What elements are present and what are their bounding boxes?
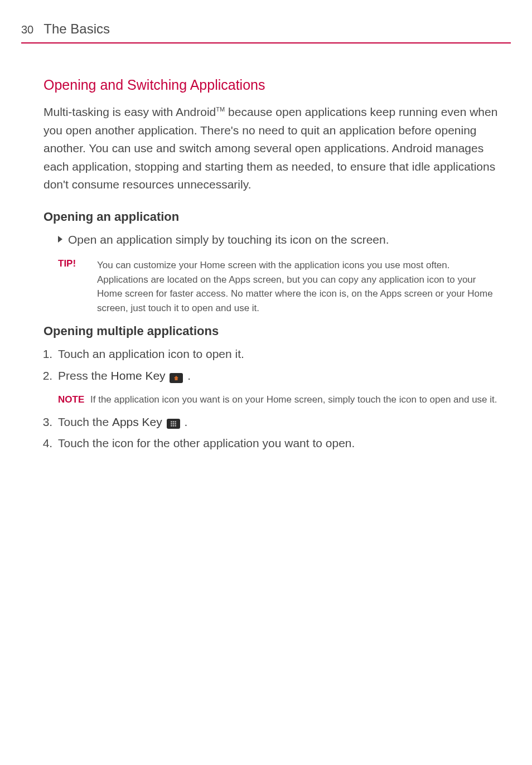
step-4-text: Touch the icon for the other application…	[58, 437, 355, 449]
step-1: Touch an application icon to open it.	[56, 345, 500, 364]
apps-key-icon	[167, 419, 180, 429]
tip-body: You can customize your Home screen with …	[97, 258, 500, 315]
svg-rect-3	[171, 423, 172, 424]
note-callout: NOTE If the application icon you want is…	[58, 393, 500, 407]
step-2-post: .	[184, 369, 191, 382]
page-number: 30	[21, 23, 33, 36]
bullet-item: Open an application simply by touching i…	[43, 231, 500, 249]
heading-opening-switching: Opening and Switching Applications	[43, 77, 500, 93]
note-label: NOTE	[58, 393, 90, 407]
step-4: Touch the icon for the other application…	[56, 434, 500, 453]
svg-rect-0	[171, 421, 172, 422]
subheading-opening-app: Opening an application	[43, 210, 500, 224]
step-2: Press the Home Key . NOTE If the applica…	[56, 367, 500, 408]
step-3-pre: Touch the	[58, 415, 112, 428]
page-content: Opening and Switching Applications Multi…	[21, 77, 511, 453]
step-3: Touch the Apps Key .	[56, 413, 500, 432]
trademark-symbol: TM	[216, 106, 225, 113]
svg-rect-8	[175, 425, 176, 426]
svg-rect-2	[175, 421, 176, 422]
note-body: If the application icon you want is on y…	[90, 393, 497, 407]
bullet-text: Open an application simply by touching i…	[68, 231, 389, 249]
step-1-text: Touch an application icon to open it.	[58, 347, 244, 360]
svg-rect-4	[172, 423, 173, 424]
subheading-opening-multiple: Opening multiple applications	[43, 324, 500, 338]
section-title: The Basics	[43, 21, 110, 37]
apps-key-label: Apps Key	[112, 415, 162, 428]
triangle-bullet-icon	[58, 236, 62, 243]
svg-rect-1	[172, 421, 173, 422]
page-header: 30 The Basics	[21, 21, 511, 43]
svg-rect-5	[175, 423, 176, 424]
svg-rect-6	[171, 425, 172, 426]
tip-callout: TIP! You can customize your Home screen …	[43, 258, 500, 315]
home-key-label: Home Key	[111, 369, 166, 382]
svg-rect-7	[172, 425, 173, 426]
intro-paragraph: Multi-tasking is easy with AndroidTM bec…	[43, 103, 500, 194]
step-2-pre: Press the	[58, 369, 111, 382]
document-page: 30 The Basics Opening and Switching Appl…	[0, 0, 532, 453]
tip-label: TIP!	[58, 258, 97, 269]
steps-list: Touch an application icon to open it. Pr…	[43, 345, 500, 453]
intro-text-pre: Multi-tasking is easy with Android	[43, 105, 216, 118]
home-key-icon	[170, 373, 183, 383]
step-3-post: .	[181, 415, 188, 428]
